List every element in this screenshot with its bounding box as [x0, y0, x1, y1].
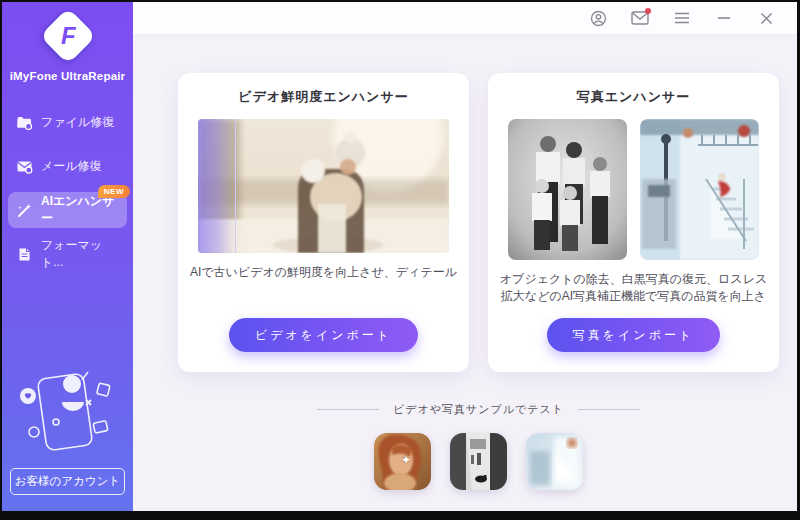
ai-wand-icon: [16, 202, 33, 219]
account-icon[interactable]: [589, 9, 607, 27]
import-photo-button[interactable]: 写真をインポート: [547, 318, 720, 352]
content-area: ビデオ鮮明度エンハンサー: [133, 35, 797, 511]
mail-icon[interactable]: [631, 9, 649, 27]
customer-account-button[interactable]: お客様のアカウント: [10, 468, 125, 495]
app-logo-letter: F: [60, 22, 75, 50]
sparkle-cursor-icon: ✦: [401, 453, 411, 467]
import-video-button[interactable]: ビデオをインポート: [229, 318, 418, 352]
app-logo-icon: F: [39, 8, 96, 65]
sidebar-item-mail-repair[interactable]: メール修復: [8, 148, 127, 184]
blue-building-photo-image: [640, 119, 759, 260]
photo-card-title: 写真エンハンサー: [577, 88, 691, 106]
enhance-sweep-overlay: [198, 119, 236, 253]
video-card-title: ビデオ鮮明度エンハンサー: [238, 88, 408, 106]
folder-repair-icon: [16, 114, 33, 131]
app-name: iMyFone UltraRepair: [2, 70, 133, 82]
format-file-icon: [16, 246, 33, 263]
new-badge: NEW: [98, 185, 130, 198]
divider-line-right: [578, 409, 640, 410]
app-logo: F: [2, 16, 133, 56]
photo-previews: [508, 119, 759, 260]
app-window: F iMyFone UltraRepair ファイル修復 メール修復: [2, 2, 797, 511]
sidebar: F iMyFone UltraRepair ファイル修復 メール修復: [2, 2, 133, 511]
sample-thumb-portrait[interactable]: ✦: [374, 433, 431, 490]
sidebar-menu: ファイル修復 メール修復 AIエンハンサー NEW: [2, 104, 133, 272]
video-card-description: AIで古いビデオの鮮明度を向上させ、ディテール: [188, 264, 460, 281]
samples-label-row: ビデオや写真サンプルでテスト: [317, 402, 640, 417]
sidebar-item-label: ファイル修復: [41, 114, 114, 131]
minimize-icon[interactable]: [715, 9, 733, 27]
samples-section: ビデオや写真サンプルでテスト: [178, 402, 779, 490]
sidebar-item-format[interactable]: フォーマット...: [8, 236, 127, 272]
feature-cards: ビデオ鮮明度エンハンサー: [178, 73, 797, 372]
notification-dot: [645, 8, 651, 14]
sidebar-item-label: メール修復: [41, 158, 102, 175]
sidebar-item-label: フォーマット...: [41, 237, 119, 271]
titlebar: [133, 2, 797, 35]
account-illustration: [2, 362, 133, 454]
close-icon[interactable]: [757, 9, 775, 27]
photo-enhancer-card: 写真エンハンサー: [488, 73, 779, 372]
mail-repair-icon: [16, 158, 33, 175]
bw-family-portrait-image: [508, 119, 627, 260]
photo-card-description: オブジェクトの除去、白黒写真の復元、ロスレス拡大などのAI写真補正機能で写真の品…: [498, 271, 770, 306]
sidebar-item-ai-enhancer[interactable]: AIエンハンサー NEW: [8, 192, 127, 228]
sidebar-item-label: AIエンハンサー: [41, 193, 119, 227]
sample-thumbnails: ✦: [374, 433, 583, 490]
window-frame: F iMyFone UltraRepair ファイル修復 メール修復: [0, 0, 800, 520]
sidebar-item-file-repair[interactable]: ファイル修復: [8, 104, 127, 140]
samples-label: ビデオや写真サンプルでテスト: [393, 402, 564, 417]
menu-icon[interactable]: [673, 9, 691, 27]
divider-line-left: [317, 409, 379, 410]
video-enhancer-card: ビデオ鮮明度エンハンサー: [178, 73, 469, 372]
sample-thumb-street[interactable]: [450, 433, 507, 490]
main-area: ビデオ鮮明度エンハンサー: [133, 2, 797, 511]
sample-thumb-blur[interactable]: [526, 433, 583, 490]
video-preview-image: [198, 119, 449, 253]
